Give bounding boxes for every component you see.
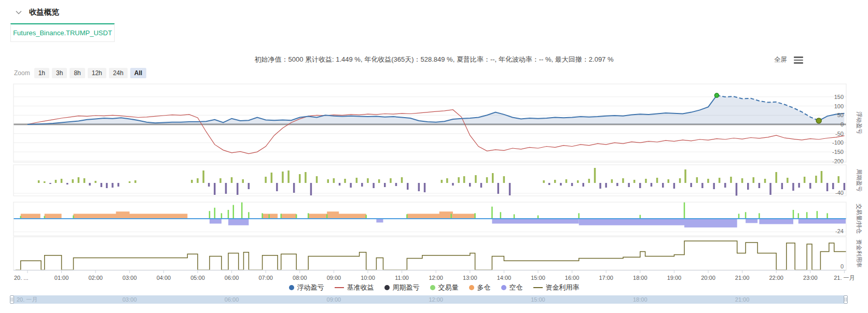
legend-item-浮动盈亏[interactable]: 浮动盈亏 [289,283,324,292]
tab-futures-binance-trump-usdt[interactable]: Futures_Binance.TRUMP_USDT [10,23,115,42]
pnl-marker-dot [816,118,821,123]
capital-utilization-line [16,241,846,270]
zoom-button-all[interactable]: All [130,68,146,78]
short-position-band [579,219,684,225]
svg-text:-150: -150 [832,149,844,155]
legend-label: 基准收益 [347,283,374,292]
long-position-band [21,214,40,219]
zoom-button-24h[interactable]: 24h [109,68,128,78]
axis-title-floating-pnl: 浮动盈亏 [856,111,862,134]
zoom-button-12h[interactable]: 12h [88,68,106,78]
svg-text:0: 0 [841,121,844,127]
short-position-band [228,219,249,225]
svg-text:01:00: 01:00 [54,275,69,281]
fullscreen-button[interactable]: 全屏 [774,55,787,64]
svg-text:-24: -24 [835,228,844,234]
panel-volume-position: -24交易量/持仓 [13,202,862,236]
svg-text:15:00: 15:00 [531,275,545,281]
svg-text:21:00: 21:00 [735,275,750,281]
navigator-label: 09:00 [327,295,341,304]
chart-menu-icon[interactable] [794,56,803,64]
short-position-band [684,219,737,227]
svg-text:100: 100 [834,103,844,109]
navigator-handle-left[interactable] [10,295,14,304]
legend-label: 空仓 [509,283,523,292]
legend-label: 资金利用率 [546,283,580,292]
section-header: 收益概览 [16,7,59,17]
short-position-band [376,219,383,222]
svg-text:-40: -40 [835,190,844,196]
svg-text:02:00: 02:00 [88,275,103,281]
legend-item-交易量[interactable]: 交易量 [430,283,459,292]
legend-item-周期盈亏[interactable]: 周期盈亏 [384,283,420,292]
svg-text:0: 0 [841,263,844,269]
long-position-band [45,214,62,219]
long-position-band [74,214,188,219]
zoom-button-1h[interactable]: 1h [34,68,49,78]
svg-text:19:00: 19:00 [667,275,682,281]
legend-item-基准收益[interactable]: 基准收益 [335,283,374,292]
axis-title-volume-position: 交易量/持仓 [856,204,862,234]
pnl-marker-dot [714,93,719,97]
legend-line-icon [533,287,543,288]
zoom-button-3h[interactable]: 3h [52,68,67,78]
panel4-border [13,237,846,270]
legend-dot-icon [289,285,294,290]
panel-floating-pnl: 150100500-50-100-150-200浮动盈亏 [13,84,862,164]
navigator-label: 03:00 [122,295,137,304]
svg-text:05:00: 05:00 [190,275,205,281]
legend-dot-icon [469,285,474,290]
axis-title-period-pnl: 周期盈亏 [856,169,862,192]
svg-text:-100: -100 [832,139,844,146]
axis-title-capital-utilization: 资金利用率 [856,239,862,268]
svg-text:18:00: 18:00 [633,275,647,281]
svg-text:13:00: 13:00 [463,275,477,281]
svg-text:12:00: 12:00 [429,275,443,281]
svg-text:20. ...: 20. ... [14,275,29,281]
zoom-label: Zoom [14,69,30,77]
svg-text:04:00: 04:00 [157,275,171,281]
legend-label: 多仓 [477,283,491,292]
svg-text:22:00: 22:00 [769,275,783,281]
navigator-track[interactable]: 20. 一月03:0006:0009:0012:0015:0018:0021:0… [10,295,847,304]
legend-dot-icon [430,285,435,290]
zoom-controls: Zoom 1h 3h 8h 12h 24h All [14,68,146,78]
panel-capital-utilization: 0资金利用率 [13,237,862,270]
long-position-band [263,214,278,219]
svg-text:150: 150 [834,94,844,100]
legend-dot-icon [384,285,390,290]
svg-text:07:00: 07:00 [258,275,273,281]
floating-pnl-area [27,95,844,124]
legend-label: 交易量 [438,283,459,292]
tab-label: Futures_Binance.TRUMP_USDT [13,29,112,37]
svg-text:11:00: 11:00 [395,275,409,281]
short-position-band [210,219,222,224]
legend-item-资金利用率[interactable]: 资金利用率 [533,283,580,292]
svg-text:20:00: 20:00 [701,275,715,281]
navigator-label: 21:00 [735,295,750,304]
navigator-label: 12:00 [429,295,443,304]
short-position-band [492,219,578,224]
svg-text:06:00: 06:00 [225,275,239,281]
collapse-chevron-icon[interactable] [16,10,22,15]
profit-charts: 150100500-50-100-150-200浮动盈亏-40周期盈亏-24交易… [0,78,868,285]
navigator-label: 18:00 [633,295,647,304]
svg-text:09:00: 09:00 [327,275,341,281]
legend-dot-icon [501,285,506,290]
profit-overview-panel: 收益概览 Futures_Binance.TRUMP_USDT 初始净值：500… [0,0,868,313]
page-title: 收益概览 [29,7,59,17]
svg-text:08:00: 08:00 [293,275,307,281]
svg-text:23:00: 23:00 [803,275,818,281]
svg-text:03:00: 03:00 [122,275,137,281]
x-axis: 20. ...01:0002:0003:0004:0005:0006:0007:… [13,271,855,281]
short-position-band [759,219,793,224]
legend-item-空仓[interactable]: 空仓 [501,283,523,292]
zoom-button-8h[interactable]: 8h [70,68,85,78]
legend-label: 浮动盈亏 [297,283,324,292]
svg-text:50: 50 [837,112,844,118]
svg-text:-50: -50 [835,131,844,137]
legend-item-多仓[interactable]: 多仓 [469,283,491,292]
long-position-band [281,214,297,219]
navigator-handle-right[interactable] [844,295,848,304]
navigator-label: 20. 一月 [17,295,37,304]
